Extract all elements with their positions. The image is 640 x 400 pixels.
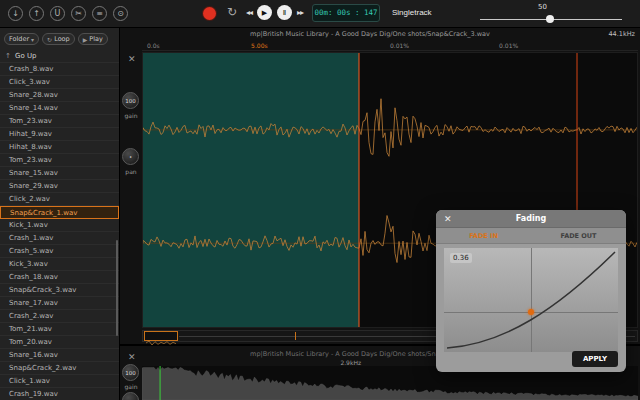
go-up-item[interactable]: ↑ Go Up	[0, 50, 119, 63]
folder-button-label: Folder	[9, 35, 29, 43]
overview-view-window[interactable]	[144, 331, 178, 341]
top-toolbar: ↓↑U✂≡⊙ ↻ ◂◂ ▶ Ⅱ ▸▸ 00m: 00s : 147 Single…	[0, 0, 640, 28]
fade-value: 0.36	[450, 253, 472, 263]
level-slider: 50	[480, 0, 625, 28]
file-item[interactable]: Snap&Crack_3.wav	[0, 284, 119, 297]
slider-knob[interactable]	[546, 15, 554, 23]
file-item[interactable]: Snare_16.wav	[0, 349, 119, 362]
tab-fade-in[interactable]: FADE IN	[436, 228, 531, 243]
time-ruler[interactable]: 0.0s5.00s0.01%0.01%	[142, 41, 638, 51]
file-browser-sidebar: Folder ▾ ↻ Loop ▶ Play ↑ Go Up Crash_8.w…	[0, 28, 120, 400]
dialog-header[interactable]: ✕ Fading	[436, 210, 626, 228]
record-button[interactable]	[203, 7, 216, 20]
forward-button[interactable]: ▸▸	[297, 8, 303, 17]
file-item[interactable]: Crash_5.wav	[0, 245, 119, 258]
sample-rate-label: 44.1kHz	[608, 30, 635, 38]
file-item[interactable]: Snare_17.wav	[0, 297, 119, 310]
file-item[interactable]: Tom_20.wav	[0, 336, 119, 349]
slider-value: 50	[538, 3, 547, 11]
time-display: 00m: 00s : 147	[312, 4, 380, 22]
audio-editor-app: ↓↑U✂≡⊙ ↻ ◂◂ ▶ Ⅱ ▸▸ 00m: 00s : 147 Single…	[0, 0, 640, 400]
download-icon[interactable]: ↓	[8, 6, 23, 21]
file-item[interactable]: Hihat_8.wav	[0, 141, 119, 154]
singletrack-mode-button[interactable]: Singletrack	[392, 8, 432, 17]
transport-controls: ◂◂ ▶ Ⅱ ▸▸	[246, 5, 303, 20]
loop-icon: ↻	[47, 36, 52, 43]
file-item[interactable]: Click_3.wav	[0, 76, 119, 89]
play-toggle[interactable]: ▶ Play	[78, 33, 108, 45]
fade-tabs: FADE IN FADE OUT	[436, 228, 626, 244]
fade-curve	[447, 252, 615, 348]
file-item[interactable]: Click_1.wav	[0, 375, 119, 388]
toolbar-icon-group: ↓↑U✂≡⊙	[8, 6, 128, 21]
ruler-label: 0.01%	[390, 42, 409, 49]
gain-knob[interactable]: 100	[122, 364, 139, 381]
frequency-label: 2.9kHz	[340, 359, 361, 366]
chevron-down-icon: ▾	[31, 36, 34, 43]
file-item[interactable]: Crash_1.wav	[0, 232, 119, 245]
track-title: mp|British Music Library - A Good Days D…	[150, 30, 590, 38]
gain-label: gain	[120, 112, 142, 119]
file-item[interactable]: Crash_8.wav	[0, 63, 119, 76]
loop-toggle[interactable]: ↻ Loop	[42, 33, 75, 45]
fade-curve-editor[interactable]: 0.36	[444, 248, 618, 352]
file-item[interactable]: Snare_28.wav	[0, 89, 119, 102]
file-item[interactable]: Snap&Crack_1.wav	[0, 206, 119, 219]
file-item[interactable]: Tom_21.wav	[0, 323, 119, 336]
file-item[interactable]: Click_2.wav	[0, 193, 119, 206]
file-item[interactable]: Kick_3.wav	[0, 258, 119, 271]
cycle-loop-icon[interactable]: ↻	[227, 5, 237, 19]
file-item[interactable]: Tom_23.wav	[0, 115, 119, 128]
overview-marker	[295, 332, 296, 340]
file-item[interactable]: Crash_2.wav	[0, 310, 119, 323]
file-list-scrollbar[interactable]	[116, 240, 118, 336]
file-item[interactable]: Kick_1.wav	[0, 219, 119, 232]
close-icon[interactable]: ✕	[128, 352, 136, 362]
file-item[interactable]: Hihat_9.wav	[0, 128, 119, 141]
pause-button[interactable]: Ⅱ	[277, 5, 292, 20]
folder-button[interactable]: Folder ▾	[4, 33, 39, 45]
snap-magnet-icon[interactable]: U	[50, 6, 65, 21]
fading-dialog: ✕ Fading FADE IN FADE OUT 0.36 APPLY	[436, 210, 626, 372]
file-item[interactable]: Snare_15.wav	[0, 167, 119, 180]
file-item[interactable]: Snap&Crack_2.wav	[0, 362, 119, 375]
upload-icon[interactable]: ↑	[29, 6, 44, 21]
gain-label: gain	[120, 383, 142, 390]
ruler-label: 5.00s	[251, 42, 268, 49]
apply-button[interactable]: APPLY	[572, 351, 618, 367]
loop-toggle-label: Loop	[54, 35, 70, 43]
cut-icon[interactable]: ✂	[71, 6, 86, 21]
tab-fade-out[interactable]: FADE OUT	[531, 228, 626, 243]
play-icon: ▶	[83, 36, 88, 43]
sidebar-header: Folder ▾ ↻ Loop ▶ Play	[0, 28, 120, 50]
file-item[interactable]: Tom_23.wav	[0, 154, 119, 167]
rewind-button[interactable]: ◂◂	[246, 8, 252, 17]
file-item[interactable]: Crash_18.wav	[0, 271, 119, 284]
file-item[interactable]: Snare_14.wav	[0, 102, 119, 115]
go-up-label: Go Up	[15, 52, 37, 60]
pan-knob[interactable]: •	[122, 392, 139, 400]
close-icon[interactable]: ✕	[444, 214, 452, 224]
file-item[interactable]: Snare_29.wav	[0, 180, 119, 193]
play-button[interactable]: ▶	[257, 5, 272, 20]
power-icon[interactable]: ⊙	[113, 6, 128, 21]
menu-icon[interactable]: ≡	[92, 6, 107, 21]
ruler-label: 0.0s	[147, 42, 160, 49]
ruler-label: 0.01%	[499, 42, 518, 49]
pan-label: pan	[120, 168, 142, 175]
track-controls-rail: 100 gain •	[120, 362, 142, 400]
dialog-title: Fading	[436, 210, 626, 228]
spectrum-curve	[142, 367, 638, 400]
pan-knob[interactable]: •	[122, 148, 139, 165]
track-controls-rail: 100 gain • pan	[120, 52, 142, 344]
selection-region	[143, 53, 359, 327]
play-toggle-label: Play	[89, 35, 103, 43]
up-arrow-icon: ↑	[5, 50, 11, 63]
file-list: ↑ Go Up Crash_8.wavClick_3.wavSnare_28.w…	[0, 50, 119, 400]
file-item[interactable]: Crash_19.wav	[0, 388, 119, 400]
gain-knob[interactable]: 100	[122, 92, 139, 109]
